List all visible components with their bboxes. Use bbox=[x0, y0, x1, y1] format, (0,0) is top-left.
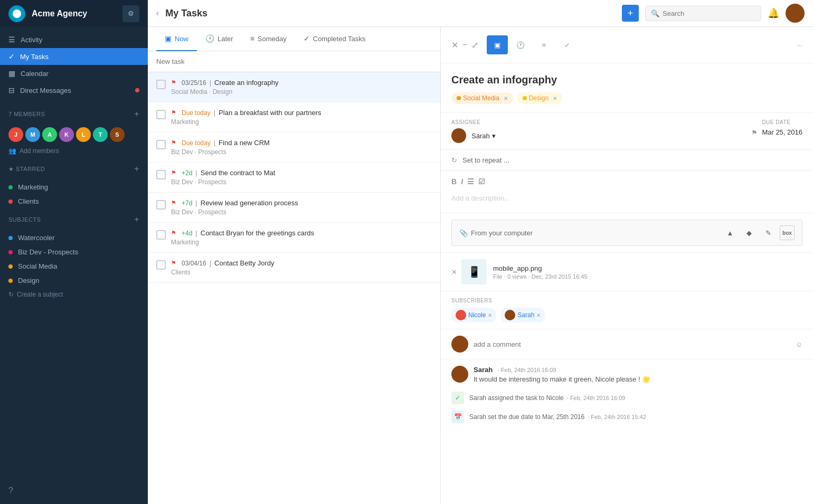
sidebar-item-my-tasks[interactable]: ✓ My Tasks bbox=[0, 48, 148, 65]
sidebar-item-calendar[interactable]: ▦ Calendar bbox=[0, 65, 148, 82]
task-checkbox[interactable] bbox=[156, 260, 166, 270]
tab-now[interactable]: ▣ Now bbox=[156, 27, 197, 51]
task-checkbox[interactable] bbox=[156, 230, 166, 240]
date-log-icon: 📅 bbox=[451, 411, 464, 423]
list-item[interactable]: ⚑ Due today | Plan a breakfast with our … bbox=[148, 102, 440, 132]
subscriber-sarah[interactable]: Sarah ✕ bbox=[500, 308, 545, 322]
task-date: 03/25/16 bbox=[182, 79, 206, 87]
subject-item-watercooler[interactable]: Watercooler bbox=[0, 231, 148, 245]
list-item[interactable]: ⚑ +7d | Review lead generation process B… bbox=[148, 193, 440, 223]
file-close-button[interactable]: ✕ bbox=[451, 268, 457, 276]
due-date-value[interactable]: Mar 25, 2016 bbox=[762, 128, 802, 136]
add-members-button[interactable]: 👥 Add members bbox=[0, 144, 148, 158]
dropbox-icon[interactable]: ◆ bbox=[742, 225, 757, 240]
task-checkbox[interactable] bbox=[156, 80, 166, 89]
expand-button[interactable]: ⤢ bbox=[471, 40, 478, 50]
members-row: J M A K L T S bbox=[0, 125, 148, 144]
repeat-value[interactable]: Set to repeat ... bbox=[462, 156, 509, 164]
add-task-button[interactable]: + bbox=[622, 5, 639, 22]
assign-log-icon: ✓ bbox=[451, 392, 464, 404]
tag-dot bbox=[457, 96, 461, 100]
bold-tool[interactable]: B bbox=[451, 177, 457, 186]
list-item[interactable]: ⚑ +4d | Contact Bryan for the greetings … bbox=[148, 223, 440, 253]
view-detail-button[interactable]: ▣ bbox=[487, 35, 508, 54]
starred-item-marketing[interactable]: Marketing bbox=[0, 180, 148, 194]
user-avatar[interactable] bbox=[786, 4, 805, 23]
view-check-button[interactable]: ✓ bbox=[556, 35, 578, 54]
subscriber-nicole[interactable]: Nicole ✕ bbox=[451, 308, 496, 322]
google-drive-icon[interactable]: ▲ bbox=[723, 225, 738, 240]
tag-design[interactable]: Design ✕ bbox=[517, 92, 562, 104]
tag-social-media[interactable]: Social Media ✕ bbox=[451, 92, 513, 104]
subscriber-avatar bbox=[505, 310, 515, 320]
flag-icon: ⚑ bbox=[751, 129, 758, 137]
task-checkbox[interactable] bbox=[156, 170, 166, 179]
detail-panel: ✕ − ⤢ ▣ 🕐 ≡ ✓ ··· Create an infography S… bbox=[441, 27, 813, 504]
minimize-button[interactable]: − bbox=[462, 40, 467, 50]
comment-input[interactable] bbox=[474, 340, 796, 348]
more-options-button[interactable]: ··· bbox=[797, 41, 802, 49]
attach-computer-button[interactable]: 📎 From your computer ▲ ◆ ✎ box bbox=[451, 220, 802, 246]
view-list-button[interactable]: ≡ bbox=[533, 35, 554, 54]
search-input[interactable] bbox=[663, 9, 755, 17]
subject-item-social-media[interactable]: Social Media bbox=[0, 259, 148, 273]
subject-item-design[interactable]: Design bbox=[0, 273, 148, 288]
task-name: Contact Betty Jordy bbox=[214, 259, 274, 267]
close-button[interactable]: ✕ bbox=[451, 40, 458, 50]
subscriber-name: Sarah bbox=[517, 311, 534, 319]
box-icon[interactable]: box bbox=[780, 225, 795, 240]
flag-icon: ⚑ bbox=[171, 109, 176, 116]
assignee-dropdown-icon[interactable]: ▾ bbox=[492, 132, 496, 140]
subscriber-remove-icon[interactable]: ✕ bbox=[536, 312, 541, 318]
list-item[interactable]: ⚑ 03/25/16 | Create an infography Social… bbox=[148, 72, 440, 102]
sidebar-item-activity[interactable]: ☰ Activity bbox=[0, 31, 148, 48]
task-checkbox[interactable] bbox=[156, 200, 166, 210]
sidebar-item-label: Calendar bbox=[21, 70, 49, 78]
starred-dot bbox=[8, 185, 13, 189]
settings-button[interactable]: ⚙ bbox=[122, 5, 139, 22]
assignee-value: Sarah ▾ bbox=[451, 128, 751, 143]
notification-bell[interactable]: 🔔 bbox=[768, 7, 779, 19]
task-name: Create an infography bbox=[214, 79, 278, 87]
emoji-icon[interactable]: ☺ bbox=[796, 340, 802, 348]
tag-remove-icon[interactable]: ✕ bbox=[504, 96, 508, 101]
create-subject-button[interactable]: ↻ Create a subject bbox=[0, 288, 148, 301]
description-placeholder[interactable]: Add a description... bbox=[451, 190, 802, 206]
back-button[interactable]: ‹ bbox=[156, 8, 159, 18]
checklist-tool[interactable]: ☑ bbox=[478, 177, 485, 186]
starred-item-clients[interactable]: Clients bbox=[0, 194, 148, 208]
view-time-button[interactable]: 🕐 bbox=[510, 35, 531, 54]
sidebar-item-direct-messages[interactable]: ⊟ Direct Messages bbox=[0, 82, 148, 99]
activity-icon: ☰ bbox=[8, 35, 15, 44]
sidebar: Acme Agency ⚙ ☰ Activity ✓ My Tasks ▦ Ca… bbox=[0, 0, 148, 504]
due-date-label: DUE DATE bbox=[762, 119, 802, 125]
list-item[interactable]: ⚑ +2d | Send the contract to Mat Biz Dev… bbox=[148, 163, 440, 193]
file-thumbnail: 📱 bbox=[461, 259, 487, 284]
new-task-input[interactable] bbox=[156, 58, 432, 65]
subject-dot bbox=[8, 250, 13, 254]
add-member-icon[interactable]: + bbox=[134, 109, 139, 119]
calendar-icon: ▦ bbox=[8, 69, 15, 78]
completed-tab-icon: ✓ bbox=[304, 34, 310, 43]
task-checkbox[interactable] bbox=[156, 140, 166, 149]
tab-later[interactable]: 🕐 Later bbox=[197, 27, 242, 51]
someday-tab-icon: ≡ bbox=[250, 34, 254, 43]
subject-item-biz-dev[interactable]: Biz Dev - Prospects bbox=[0, 245, 148, 259]
add-starred-icon[interactable]: + bbox=[134, 164, 139, 174]
tag-remove-icon[interactable]: ✕ bbox=[553, 96, 557, 101]
tab-completed[interactable]: ✓ Completed Tasks bbox=[295, 27, 374, 51]
italic-tool[interactable]: I bbox=[461, 177, 463, 186]
evernote-icon[interactable]: ✎ bbox=[761, 225, 776, 240]
list-item[interactable]: ⚑ Due today | Find a new CRM Biz Dev · P… bbox=[148, 132, 440, 163]
tag-dot bbox=[523, 96, 527, 100]
subscriber-remove-icon[interactable]: ✕ bbox=[488, 312, 492, 318]
tab-someday[interactable]: ≡ Someday bbox=[242, 27, 295, 51]
help-label[interactable]: ? bbox=[8, 486, 13, 495]
task-subject: Marketing bbox=[171, 118, 432, 126]
list-tool[interactable]: ☰ bbox=[467, 177, 474, 186]
list-item[interactable]: ⚑ 03/04/16 | Contact Betty Jordy Clients bbox=[148, 253, 440, 283]
task-date: +4d bbox=[182, 230, 192, 237]
add-subject-icon[interactable]: + bbox=[134, 215, 139, 224]
task-checkbox[interactable] bbox=[156, 110, 166, 119]
task-subject: Biz Dev · Prospects bbox=[171, 208, 432, 216]
